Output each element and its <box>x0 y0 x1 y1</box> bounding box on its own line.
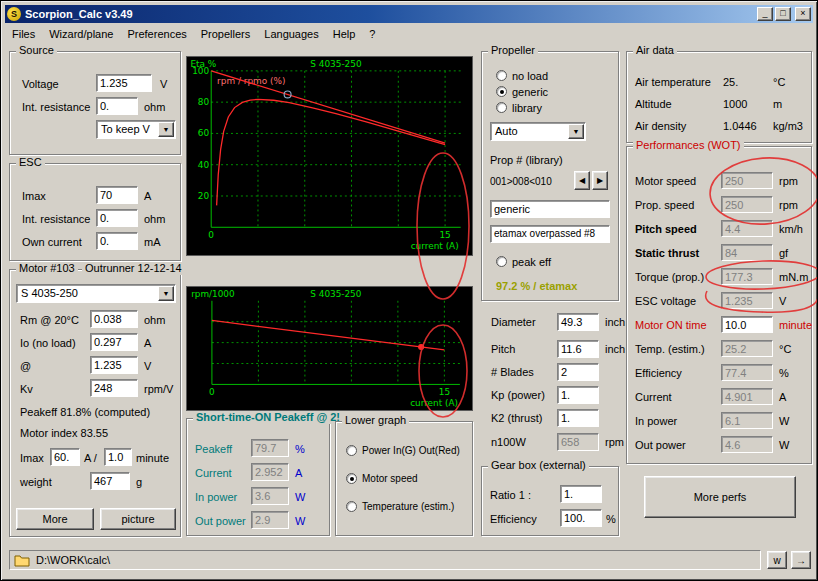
status-w-button[interactable]: w <box>767 551 787 569</box>
out-power-value: 4.6 <box>721 436 773 453</box>
kp-power-input[interactable]: 1. <box>557 386 599 404</box>
motor-speed-unit: rpm <box>779 175 798 187</box>
motor-imax-time-input[interactable]: 1.0 <box>104 448 132 466</box>
esc-resistance-label: Int. resistance <box>22 213 90 225</box>
radio-library-label: library <box>512 102 542 114</box>
static-thrust-value: 84 <box>721 244 773 261</box>
source-group: Source Voltage 1.235 V Int. resistance 0… <box>9 51 181 155</box>
esc-own-current-unit: mA <box>144 236 161 248</box>
chevron-down-icon[interactable]: ▼ <box>568 124 584 139</box>
radio-no-load[interactable] <box>496 70 507 81</box>
diameter-input[interactable]: 49.3 <box>557 313 599 331</box>
radio-peak-eff[interactable] <box>496 256 507 267</box>
motor-kv-input[interactable]: 248 <box>90 379 138 397</box>
radio-power-in-out[interactable] <box>346 445 357 456</box>
diameter-unit: inch <box>605 316 625 328</box>
radio-no-load-label: no load <box>512 70 548 82</box>
air-data-group-title: Air data <box>633 44 677 57</box>
propeller-group-title: Propeller <box>488 44 538 57</box>
close-button-icon[interactable]: × <box>795 7 811 21</box>
air-temperature-label: Air temperature <box>635 76 711 88</box>
motor-io-input[interactable]: 0.297 <box>90 333 138 351</box>
gearbox-efficiency-input[interactable]: 100. <box>560 509 602 527</box>
motor-group-title: Motor #103 <box>16 262 78 275</box>
menu-propellers[interactable]: Propellers <box>194 27 258 41</box>
short-time-peakeff-label: Peakeff <box>195 443 232 455</box>
status-arrow-button[interactable]: → <box>791 551 811 569</box>
propeller-mode-select[interactable]: Auto ▼ <box>490 122 586 141</box>
motor-rm-input[interactable]: 0.038 <box>90 310 138 328</box>
gearbox-ratio-input[interactable]: 1. <box>560 485 602 503</box>
k2-thrust-input[interactable]: 1. <box>557 409 599 427</box>
svg-text:S 4035-250: S 4035-250 <box>310 289 361 299</box>
radio-library[interactable] <box>496 102 507 113</box>
air-density-value: 1.0446 <box>723 120 757 132</box>
n100w-unit: rpm <box>605 436 624 448</box>
svg-text:40: 40 <box>198 160 210 170</box>
in-power-value: 6.1 <box>721 412 773 429</box>
motor-imax-label: Imax <box>20 452 44 464</box>
menu-preferences[interactable]: Preferences <box>120 27 193 41</box>
folder-icon <box>14 554 30 569</box>
source-mode-select[interactable]: To keep V ▼ <box>96 120 176 139</box>
picture-button[interactable]: picture <box>100 508 176 530</box>
motor-kv-label: Kv <box>20 383 33 395</box>
out-power-unit: W <box>779 439 789 451</box>
motor-model-select[interactable]: S 4035-250 ▼ <box>16 284 176 303</box>
menu-languages[interactable]: Languages <box>257 27 325 41</box>
radio-generic[interactable] <box>496 86 507 97</box>
chevron-down-icon[interactable]: ▼ <box>158 122 174 137</box>
temp-estim-label: Temp. (estim.) <box>635 343 705 355</box>
prop-name-input[interactable]: generic <box>490 200 610 218</box>
source-resistance-unit: ohm <box>144 101 165 113</box>
esc-own-current-input[interactable]: 0. <box>96 232 138 250</box>
chevron-down-icon[interactable]: ▼ <box>158 286 174 301</box>
esc-resistance-input[interactable]: 0. <box>96 209 138 227</box>
more-button[interactable]: More <box>16 508 94 530</box>
performances-group-title: Performances (WOT) <box>633 139 744 152</box>
diameter-label: Diameter <box>491 316 536 328</box>
gearbox-efficiency-unit: % <box>606 513 616 525</box>
source-resistance-input[interactable]: 0. <box>96 97 138 115</box>
pitch-input[interactable]: 11.6 <box>557 340 599 358</box>
blades-label: # Blades <box>491 366 534 378</box>
esc-imax-input[interactable]: 70 <box>96 186 138 204</box>
short-time-in-power-value: 3.6 <box>251 487 289 505</box>
short-time-in-power-unit: W <box>295 491 305 503</box>
current-unit: A <box>779 391 786 403</box>
gearbox-group: Gear box (external) Ratio 1 : 1. Efficie… <box>481 466 619 536</box>
menu-help[interactable]: Help <box>326 27 363 41</box>
prop-prev-button-icon[interactable]: ◀ <box>574 171 590 190</box>
esc-own-current-label: Own current <box>22 236 82 248</box>
menu-question[interactable]: ? <box>362 27 382 41</box>
motor-at-input[interactable]: 1.235 <box>90 356 138 374</box>
radio-temperature[interactable] <box>346 501 357 512</box>
more-perfs-button[interactable]: More perfs <box>644 476 796 518</box>
temp-estim-value: 25.2 <box>721 340 773 357</box>
motor-io-label: Io (no load) <box>20 337 76 349</box>
motor-weight-label: weight <box>20 476 52 488</box>
motor-weight-input[interactable]: 467 <box>90 472 130 490</box>
minimize-button-icon[interactable]: _ <box>757 7 773 21</box>
current-value: 4.901 <box>721 388 773 405</box>
temp-estim-unit: °C <box>779 343 791 355</box>
menu-wizard-plane[interactable]: Wizard/plane <box>42 27 120 41</box>
title-bar[interactable]: S Scorpion_Calc v3.49 _ □ × <box>5 5 813 23</box>
propeller-group: Propeller no load generic library Auto ▼… <box>481 51 619 301</box>
motor-imax-unit: minute <box>136 452 169 464</box>
motor-on-time-label: Motor ON time <box>635 319 707 331</box>
prop-status-input[interactable]: etamax overpassed #8 <box>490 225 610 243</box>
motor-speed-value: 250 <box>721 172 773 189</box>
blades-input[interactable]: 2 <box>557 363 599 381</box>
prop-next-button-icon[interactable]: ▶ <box>592 171 608 190</box>
menu-files[interactable]: Files <box>5 27 42 41</box>
svg-text:S 4035-250: S 4035-250 <box>310 59 362 69</box>
voltage-input[interactable]: 1.235 <box>96 74 152 92</box>
radio-motor-speed[interactable] <box>346 473 357 484</box>
eta-chart: 20406080100015S 4035-250Eta %rpm / rpmo … <box>186 56 473 256</box>
motor-imax-input[interactable]: 60. <box>50 448 80 466</box>
short-time-current-label: Current <box>195 467 232 479</box>
maximize-button-icon[interactable]: □ <box>775 7 791 21</box>
out-power-label: Out power <box>635 439 686 451</box>
motor-on-time-input[interactable]: 10.0 <box>721 316 773 333</box>
